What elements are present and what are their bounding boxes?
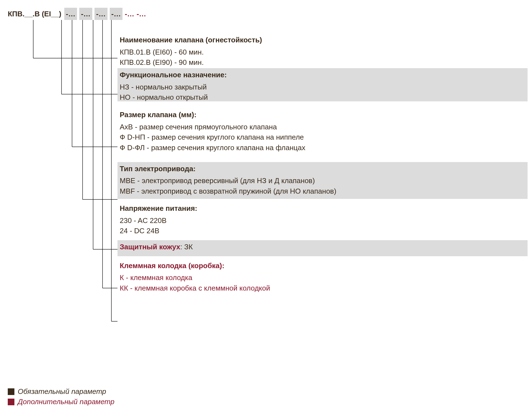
section-s1: Наименование клапана (огнестойкость)КПВ.…: [117, 33, 528, 66]
section-line: 230 - AC 220В: [120, 216, 525, 226]
ordering-code-header: КПВ.__.В (EI__) -… -… -… -… -… -…: [8, 8, 146, 20]
section-line: 24 - DC 24В: [120, 226, 525, 236]
section-line: К - клеммная колодка: [120, 273, 525, 283]
slot-5: -…: [125, 10, 134, 18]
slot-6: -…: [137, 10, 146, 18]
section-title: Размер клапана (мм):: [120, 110, 525, 120]
section-s5: Напряжение питания:230 - AC 220В24 - DC …: [117, 202, 528, 239]
section-line: Ф D-НП - размер сечения круглого клапана…: [120, 132, 525, 143]
legend-optional: Дополнительный параметр: [8, 398, 114, 406]
section-title: Защитный кожух: ЗК: [120, 242, 525, 252]
section-line: MBF - электропривод с возвратной пружино…: [120, 186, 525, 197]
section-line: НЗ - нормально закрытый: [120, 82, 525, 93]
section-title: Функциональное назначение:: [120, 70, 525, 80]
slot-2: -…: [79, 8, 92, 20]
sections-container: Наименование клапана (огнестойкость)КПВ.…: [117, 33, 528, 298]
section-title: Напряжение питания:: [120, 203, 525, 214]
legend-required: Обязательный параметр: [8, 387, 114, 396]
slot-3: -…: [94, 8, 108, 20]
section-line: КПВ.02.В (EI90) - 90 мин.: [120, 57, 525, 66]
section-s7: Клеммная колодка (коробка):К - клеммная …: [117, 259, 528, 296]
section-line: Ф D-ФЛ - размер сечения круглого клапана…: [120, 143, 525, 153]
section-line: АхВ - размер сечения прямоугольного клап…: [120, 122, 525, 132]
slot-4: -…: [110, 8, 123, 20]
slot-1: -…: [64, 8, 77, 20]
section-s6: Защитный кожух: ЗК: [117, 240, 528, 256]
section-title: Клеммная колодка (коробка):: [120, 261, 525, 271]
section-line: MBE - электропривод реверсивный (для НЗ …: [120, 176, 525, 186]
section-line: КК - клеммная коробка с клеммной колодко…: [120, 283, 525, 294]
swatch-optional: [8, 399, 14, 405]
section-s3: Размер клапана (мм):АхВ - размер сечения…: [117, 108, 528, 155]
code-prefix: КПВ.__.В (EI__): [8, 10, 62, 18]
section-line: НО - нормально открытый: [120, 92, 525, 101]
section-title: Наименование клапана (огнестойкость): [120, 35, 525, 45]
section-s4: Тип электропривода:MBE - электропривод р…: [117, 162, 528, 199]
section-s2: Функциональное назначение:НЗ - нормально…: [117, 68, 528, 101]
swatch-required: [8, 388, 14, 395]
section-title: Тип электропривода:: [120, 164, 525, 174]
section-line: КПВ.01.В (EI60) - 60 мин.: [120, 47, 525, 58]
legend: Обязательный параметр Дополнительный пар…: [8, 387, 114, 408]
